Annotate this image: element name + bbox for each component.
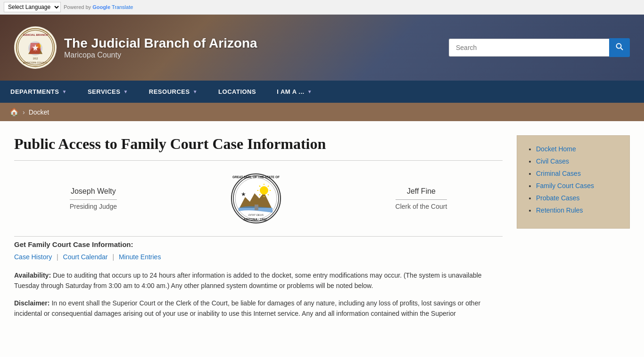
sidebar-link-family-court[interactable]: Family Court Cases [536, 182, 594, 189]
sidebar-link-docket-home[interactable]: Docket Home [536, 145, 576, 153]
svg-text:ARIZONA · 1912 ·: ARIZONA · 1912 · [244, 218, 269, 221]
main-nav: DEPARTMENTS ▼ SERVICES ▼ RESOURCES ▼ LOC… [0, 81, 644, 103]
header-title-block: The Judicial Branch of Arizona Maricopa … [64, 36, 257, 59]
search-icon [616, 43, 623, 50]
svg-line-22 [259, 186, 260, 187]
page-title: Public Access to Family Court Case Infor… [14, 135, 503, 161]
list-item: Civil Cases [536, 157, 620, 165]
list-item: Probate Cases [536, 194, 620, 202]
svg-point-9 [617, 44, 621, 49]
info-section: Get Family Court Case Information: Case … [14, 236, 503, 261]
sidebar-box: Docket Home Civil Cases Criminal Cases F… [517, 135, 630, 229]
svg-line-23 [268, 186, 269, 187]
breadcrumb: 🏠 › Docket [0, 103, 644, 121]
nav-services[interactable]: SERVICES ▼ [77, 81, 139, 103]
minute-entries-link[interactable]: Minute Entries [119, 253, 161, 261]
svg-line-24 [259, 194, 260, 195]
list-item: Docket Home [536, 145, 620, 153]
list-item: Retention Rules [536, 206, 620, 214]
search-container [449, 38, 630, 57]
nav-i-am-a[interactable]: I AM A ... ▼ [266, 81, 322, 103]
clerk-name: Jeff Fine [396, 187, 447, 196]
svg-text:DITAT DEUS: DITAT DEUS [248, 214, 264, 216]
home-link[interactable]: 🏠 [9, 107, 19, 116]
link-separator: | [57, 253, 60, 261]
sidebar-link-retention[interactable]: Retention Rules [536, 206, 583, 214]
sidebar: Docket Home Civil Cases Criminal Cases F… [517, 135, 630, 343]
sidebar-link-criminal-cases[interactable]: Criminal Cases [536, 170, 581, 177]
svg-text:MARICOPA COUNTY: MARICOPA COUNTY [23, 61, 48, 64]
sidebar-link-probate[interactable]: Probate Cases [536, 194, 580, 202]
availability-text: Availability: Due to auditing that occur… [14, 270, 503, 291]
chevron-down-icon: ▼ [123, 89, 128, 94]
svg-text:1912: 1912 [33, 57, 38, 60]
judges-section: Joseph Welty Presiding Judge GREAT SEAL … [14, 170, 503, 227]
language-select[interactable]: Select Language [4, 2, 61, 12]
list-item: Family Court Cases [536, 182, 620, 189]
nav-locations[interactable]: LOCATIONS [208, 81, 266, 103]
header-left: JUDICIAL BRANCH MARICOPA COUNTY [14, 26, 257, 69]
info-links: Case History | Court Calendar | Minute E… [14, 253, 503, 261]
site-title: The Judicial Branch of Arizona [64, 36, 257, 51]
clerk-block: Jeff Fine Clerk of the Court [396, 187, 447, 210]
judge-name: Joseph Welty [70, 187, 117, 196]
case-history-link[interactable]: Case History [14, 253, 52, 261]
info-label: Get Family Court Case Information: [14, 240, 503, 248]
search-input[interactable] [449, 39, 609, 57]
list-item: Criminal Cases [536, 170, 620, 177]
judge-title: Presiding Judge [70, 199, 117, 210]
site-subtitle: Maricopa County [64, 51, 257, 59]
powered-by-text: Powered by Google Translate [64, 4, 133, 10]
nav-resources[interactable]: RESOURCES ▼ [139, 81, 208, 103]
svg-line-25 [268, 194, 269, 195]
svg-point-17 [260, 186, 268, 195]
svg-rect-26 [255, 205, 258, 210]
search-button[interactable] [609, 38, 630, 57]
chevron-down-icon: ▼ [62, 89, 66, 94]
site-logo: JUDICIAL BRANCH MARICOPA COUNTY [14, 26, 57, 69]
svg-text:GREAT SEAL OF THE STATE OF: GREAT SEAL OF THE STATE OF [232, 175, 280, 179]
breadcrumb-current: Docket [29, 108, 50, 116]
clerk-title: Clerk of the Court [396, 199, 447, 210]
disclaimer-label: Disclaimer: [14, 299, 50, 307]
link-separator: | [112, 253, 116, 261]
svg-text:★: ★ [241, 191, 246, 197]
svg-line-10 [621, 48, 623, 50]
disclaimer-text: Disclaimer: In no event shall the Superi… [14, 298, 503, 319]
court-calendar-link[interactable]: Court Calendar [63, 253, 108, 261]
judge-block: Joseph Welty Presiding Judge [70, 187, 117, 210]
chevron-down-icon: ▼ [193, 89, 198, 94]
site-header: JUDICIAL BRANCH MARICOPA COUNTY [0, 15, 644, 81]
svg-text:JUDICIAL BRANCH: JUDICIAL BRANCH [23, 33, 48, 36]
sidebar-links: Docket Home Civil Cases Criminal Cases F… [527, 145, 620, 214]
home-icon: 🏠 [9, 108, 19, 116]
main-content: Public Access to Family Court Case Infor… [14, 135, 517, 343]
state-seal: GREAT SEAL OF THE STATE OF ARIZONA · 191… [228, 170, 284, 227]
breadcrumb-separator: › [23, 108, 25, 116]
sidebar-link-civil-cases[interactable]: Civil Cases [536, 157, 569, 165]
main-container: Public Access to Family Court Case Infor… [0, 121, 644, 357]
chevron-down-icon: ▼ [307, 89, 312, 94]
availability-label: Availability: [14, 272, 51, 279]
translate-bar: Select Language Powered by Google Transl… [0, 0, 644, 15]
nav-departments[interactable]: DEPARTMENTS ▼ [0, 81, 77, 103]
